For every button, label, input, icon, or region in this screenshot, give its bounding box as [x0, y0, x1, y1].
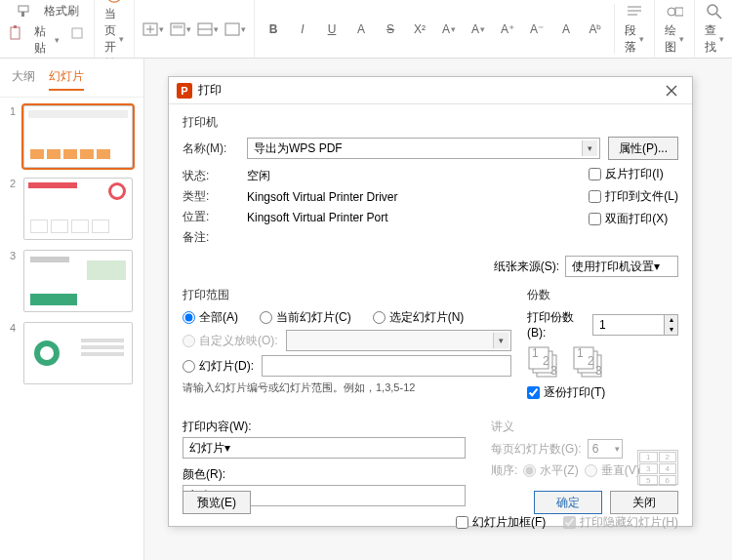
ok-button[interactable]: 确定 [534, 491, 602, 514]
font-color-icon[interactable]: A▾ [438, 20, 460, 39]
chevron-down-icon[interactable]: ▾ [582, 140, 597, 156]
cancel-button[interactable]: 关闭 [610, 491, 678, 514]
hidden-slides-checkbox: 打印隐藏幻灯片(H) [563, 514, 678, 531]
format-painter-label[interactable]: 格式刷 [44, 2, 79, 21]
copies-input[interactable] [593, 315, 664, 335]
range-section-title: 打印范围 [183, 287, 511, 303]
spin-down-icon[interactable]: ▾ [664, 325, 677, 335]
tab-outline[interactable]: 大纲 [12, 68, 35, 91]
type-value: Kingsoft Virtual Printer Driver [247, 190, 398, 204]
thumb-number: 3 [10, 250, 18, 261]
chevron-down-icon[interactable]: ▾ [654, 260, 660, 273]
paragraph-label: 段落 [625, 22, 636, 56]
paper-source-select[interactable]: 使用打印机设置 ▾ [565, 256, 678, 277]
collate-checkbox[interactable]: 逐份打印(T) [527, 384, 678, 401]
range-current-radio[interactable]: 当前幻灯片(C) [260, 309, 351, 326]
more-font-icon[interactable]: Aᵇ [585, 20, 606, 39]
font-up-icon[interactable]: A⁺ [497, 20, 518, 39]
paste-options-icon[interactable] [67, 23, 86, 43]
content-value: 幻灯片 [189, 440, 224, 457]
dialog-title: 打印 [198, 82, 222, 99]
preview-button[interactable]: 预览(E) [183, 491, 251, 514]
print-to-file-checkbox[interactable]: 打印到文件(L) [589, 188, 678, 205]
svg-rect-3 [14, 25, 17, 28]
svg-rect-4 [72, 28, 82, 38]
strike-icon[interactable]: A [350, 20, 372, 39]
handout-preview: 123456 [637, 450, 678, 485]
duplex-checkbox[interactable]: 双面打印(X) [589, 211, 668, 227]
order-h-radio: 水平(Z) [523, 462, 578, 479]
svg-point-18 [668, 8, 675, 16]
draw-label: 绘图 [665, 22, 676, 56]
thumbnail-list: 1 2 3 4 [0, 98, 143, 392]
start-group: 当页开始▾ [95, 0, 135, 58]
tab-slides[interactable]: 幻灯片 [49, 68, 84, 91]
highlight-icon[interactable]: A▾ [468, 20, 489, 39]
find-button[interactable]: 查找▾ [703, 0, 726, 60]
reset-icon[interactable]: ▾ [224, 20, 246, 39]
list-item[interactable]: 3 [10, 250, 134, 312]
paste-icon[interactable] [8, 23, 26, 43]
slide-group: ▾ ▾ ▾ ▾ [135, 0, 255, 58]
section-icon[interactable]: ▾ [197, 20, 219, 39]
clear-format-icon[interactable]: A [555, 20, 577, 39]
clipboard-group: 格式刷 粘贴▾ [0, 0, 95, 58]
copies-section: 份数 打印份数(B): ▴▾ 123 123 逐份打印(T) [527, 287, 678, 401]
frame-checkbox[interactable]: 幻灯片加框(F) [456, 514, 546, 531]
draw-button[interactable]: 绘图▾ [663, 0, 686, 60]
new-slide-icon[interactable]: ▾ [142, 20, 164, 39]
handout-section-title: 讲义 [491, 419, 678, 435]
font-group: B I U A S X² A▾ A▾ A⁺ A⁻ A Aᵇ [255, 4, 615, 54]
print-content-select[interactable]: 幻灯片▾ [183, 437, 466, 459]
chevron-down-icon: ▾ [493, 333, 508, 348]
properties-button[interactable]: 属性(P)... [608, 137, 678, 160]
layout-icon[interactable]: ▾ [170, 20, 191, 39]
font-down-icon[interactable]: A⁻ [526, 20, 548, 39]
strike2-icon[interactable]: S [380, 20, 401, 39]
svg-rect-2 [11, 27, 20, 39]
print-dialog: P 打印 打印机 名称(M): 导出为WPS PDF ▾ 属性(P)... 状态… [168, 76, 693, 527]
type-label: 类型: [183, 188, 239, 205]
dialog-footer: 预览(E) 确定 关闭 [183, 491, 678, 514]
superscript-icon[interactable]: X² [409, 20, 430, 39]
copies-label: 打印份数(B): [527, 309, 585, 340]
thumb-number: 2 [10, 178, 18, 189]
italic-icon[interactable]: I [292, 20, 313, 39]
where-value: Kingsoft Virtual Printer Port [247, 211, 388, 224]
svg-rect-0 [19, 6, 28, 12]
print-range-section: 打印范围 全部(A) 当前幻灯片(C) 选定幻灯片(N) 自定义放映(O): ▾… [183, 287, 511, 401]
format-painter-icon[interactable] [15, 2, 36, 21]
slides-range-input[interactable] [262, 355, 511, 377]
range-custom-radio: 自定义放映(O): [183, 333, 278, 349]
list-item[interactable]: 4 [10, 322, 134, 384]
svg-text:1: 1 [577, 346, 584, 360]
app-icon: P [177, 83, 192, 99]
svg-rect-11 [173, 25, 183, 28]
range-selected-radio[interactable]: 选定幻灯片(N) [373, 309, 465, 326]
range-all-radio[interactable]: 全部(A) [183, 309, 238, 326]
copies-spinner[interactable]: ▴▾ [592, 314, 678, 336]
spin-up-icon[interactable]: ▴ [664, 315, 677, 325]
svg-rect-14 [225, 23, 239, 35]
list-item[interactable]: 2 [10, 178, 134, 240]
svg-text:3: 3 [595, 364, 602, 378]
copies-section-title: 份数 [527, 287, 678, 303]
printer-name-select[interactable]: 导出为WPS PDF ▾ [247, 138, 600, 159]
close-icon[interactable] [659, 81, 684, 100]
paste-label[interactable]: 粘贴▾ [34, 23, 61, 57]
underline-icon[interactable]: U [321, 20, 343, 39]
paragraph-button[interactable]: 段落▾ [623, 0, 646, 60]
thumb-number: 1 [10, 105, 18, 117]
sidebar-tabs: 大纲 幻灯片 [0, 59, 143, 98]
list-item[interactable]: 1 [10, 105, 134, 168]
reverse-print-checkbox[interactable]: 反片打印(I) [589, 166, 663, 182]
printer-section-title: 打印机 [183, 114, 678, 131]
per-page-label: 每页幻灯片数(G): [491, 441, 582, 458]
play-icon [105, 0, 123, 4]
bold-icon[interactable]: B [263, 20, 284, 39]
chevron-down-icon[interactable]: ▾ [224, 441, 230, 455]
svg-line-21 [716, 14, 721, 19]
paragraph-icon [626, 3, 643, 20]
range-hint: 请输入幻灯片编号或幻灯片范围。例如，1,3,5-12 [183, 380, 511, 395]
range-slides-radio[interactable]: 幻灯片(D): [183, 358, 254, 375]
